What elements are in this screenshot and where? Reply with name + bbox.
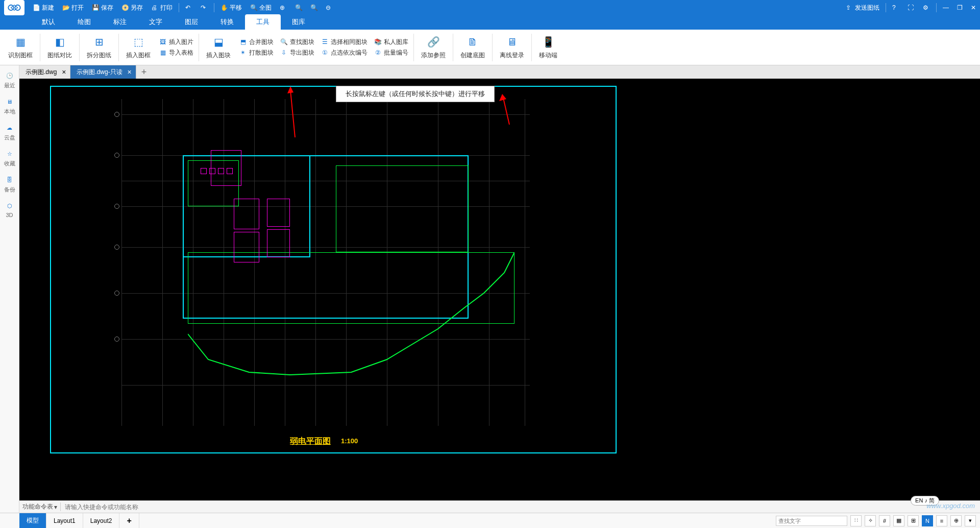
zoom-extents-button[interactable]: 🔍全图	[246, 0, 276, 15]
separator	[199, 34, 199, 61]
ribbon-mobile[interactable]: 📱移动端	[534, 35, 562, 60]
menu-default[interactable]: 默认	[31, 14, 66, 30]
maximize-button[interactable]: ❐	[953, 0, 967, 15]
identify-frame-icon: ▦	[13, 35, 28, 49]
settings-button[interactable]: ⚙	[919, 0, 934, 15]
save-button[interactable]: 💾保存	[88, 0, 117, 15]
document-tab[interactable]: 示例图.dwg×	[19, 65, 70, 79]
sidebar-local[interactable]: 🖥本地	[4, 97, 15, 115]
minimize-icon: —	[943, 4, 949, 11]
status-toggle-ortho[interactable]: #	[879, 515, 890, 526]
zoom-in-button[interactable]: ⊕	[276, 0, 291, 15]
merge-icon: ⬒	[239, 38, 247, 46]
ribbon-import-table[interactable]: ▦导入表格	[159, 49, 193, 57]
status-toggle-more[interactable]: ▾	[965, 515, 976, 526]
ribbon-label: 添加参照	[421, 51, 446, 60]
undo-button[interactable]: ↶	[181, 0, 197, 15]
ribbon-insert-frame[interactable]: ⬚插入图框	[121, 35, 156, 60]
ribbon-select-same[interactable]: ☰选择相同图块	[321, 38, 368, 46]
status-toggle-polar[interactable]: ⊞	[908, 515, 919, 526]
close-window-button[interactable]: ✕	[967, 0, 980, 15]
ribbon-split[interactable]: ⊞拆分图纸	[82, 35, 116, 60]
layout-tab-model[interactable]: 模型	[19, 513, 46, 528]
status-toggle-grid[interactable]: ∷	[850, 515, 862, 526]
status-toggle-osnap[interactable]: N	[922, 515, 933, 526]
print-button[interactable]: 🖨打印	[147, 0, 177, 15]
ribbon-compare[interactable]: ◧图纸对比	[42, 35, 77, 60]
menu-text[interactable]: 文字	[138, 14, 174, 30]
insert-block-icon: ⬓	[211, 35, 226, 49]
status-toggle-grid2[interactable]: ▦	[893, 515, 904, 526]
ribbon-insert-image[interactable]: 🖼插入图片	[159, 38, 193, 46]
add-layout-button[interactable]: +	[119, 513, 139, 528]
zoom-window-button[interactable]: 🔍	[291, 0, 306, 15]
ribbon-batch-number[interactable]: ②批量编号	[374, 49, 408, 57]
saveas-button[interactable]: 📀另存	[117, 0, 147, 15]
status-toggle-dyn[interactable]: ⊕	[950, 515, 962, 526]
zoom-realtime-button[interactable]: 🔍	[306, 0, 322, 15]
ribbon-create-base[interactable]: 🗎创建底图	[455, 35, 490, 60]
ribbon-label: 导入表格	[169, 49, 193, 57]
command-bar: 功能命令表▾	[19, 500, 980, 513]
send-label: 发送图纸	[855, 4, 879, 12]
menu-layer[interactable]: 图层	[174, 14, 209, 30]
help-icon: ?	[892, 4, 899, 11]
plus-icon: +	[141, 67, 147, 77]
minimize-button[interactable]: —	[939, 0, 953, 15]
document-tab[interactable]: 示例图.dwg-只读×	[70, 65, 136, 79]
sidebar-favorite[interactable]: ☆收藏	[4, 149, 15, 167]
hand-icon: ✋	[220, 4, 228, 11]
status-toggle-snap[interactable]: ✧	[865, 515, 876, 526]
offline-icon: 🖥	[505, 35, 519, 49]
separator	[886, 3, 886, 12]
layout-tab-2[interactable]: Layout2	[83, 513, 120, 528]
find-text-input[interactable]	[776, 516, 847, 526]
sidebar-label: 云盘	[4, 134, 15, 141]
sidebar-backup[interactable]: 🗄备份	[4, 175, 15, 194]
workspace: 🕒最近 🖥本地 ☁云盘 ☆收藏 🗄备份 ⬡3D 示例图.dwg× 示例图.dwg…	[0, 65, 980, 513]
ribbon-identify-frame[interactable]: ▦识别图框	[3, 35, 38, 60]
sidebar-recent[interactable]: 🕒最近	[4, 70, 15, 89]
plus-icon: +	[127, 516, 131, 525]
drawing-canvas[interactable]: 弱电平面图 1:100 长按鼠标左键（或任何时候长按中键）进行平移	[19, 79, 980, 500]
menu-convert[interactable]: 转换	[209, 14, 245, 30]
pan-button[interactable]: ✋平移	[216, 0, 246, 15]
batch-icon: ②	[374, 49, 382, 57]
command-table-button[interactable]: 功能命令表▾	[22, 502, 61, 511]
ribbon-label: 导出图块	[290, 49, 314, 57]
fullscreen-button[interactable]: ⛶	[903, 0, 919, 15]
menu-library[interactable]: 图库	[281, 14, 316, 30]
ribbon-offline-login[interactable]: 🖥离线登录	[495, 35, 529, 60]
command-input[interactable]	[61, 503, 977, 511]
tab-close-icon[interactable]: ×	[62, 68, 66, 76]
menu-draw[interactable]: 绘图	[66, 14, 102, 30]
menu-annotate[interactable]: 标注	[102, 14, 138, 30]
redo-button[interactable]: ↷	[197, 0, 212, 15]
menu-tools[interactable]: 工具	[245, 14, 281, 30]
ribbon-click-number[interactable]: ①点选依次编号	[321, 49, 368, 57]
ribbon-label: 离线登录	[500, 51, 524, 60]
send-drawing-button[interactable]: ⇪发送图纸	[842, 0, 884, 15]
sidebar-cloud[interactable]: ☁云盘	[4, 123, 15, 141]
ribbon-add-reference[interactable]: 🔗添加参照	[416, 35, 451, 60]
sidebar-3d[interactable]: ⬡3D	[5, 201, 15, 218]
add-tab-button[interactable]: +	[136, 67, 152, 78]
ribbon-merge-block[interactable]: ⬒合并图块	[239, 38, 274, 46]
zoom-out-button[interactable]: ⊖	[322, 0, 337, 15]
ribbon-export-block[interactable]: ⇩导出图块	[280, 49, 314, 57]
tab-close-icon[interactable]: ×	[128, 68, 132, 76]
tab-label: 示例图.dwg	[26, 68, 57, 77]
help-button[interactable]: ?	[888, 0, 903, 15]
layout-tab-1[interactable]: Layout1	[46, 513, 83, 528]
print-label: 打印	[160, 4, 173, 12]
ribbon-private-lib[interactable]: 📚私人图库	[374, 38, 408, 46]
open-button[interactable]: 📂打开	[58, 0, 88, 15]
ribbon-insert-block[interactable]: ⬓插入图块	[201, 35, 236, 60]
status-toggle-lwt[interactable]: ≡	[936, 515, 947, 526]
grid-icon: ▦	[896, 517, 901, 524]
ribbon-explode-block[interactable]: ✴打散图块	[239, 49, 274, 57]
ribbon-find-block[interactable]: 🔍查找图块	[280, 38, 314, 46]
redo-icon: ↷	[201, 4, 208, 11]
polar-icon: ⊞	[911, 517, 916, 524]
new-button[interactable]: 📄新建	[29, 0, 58, 15]
